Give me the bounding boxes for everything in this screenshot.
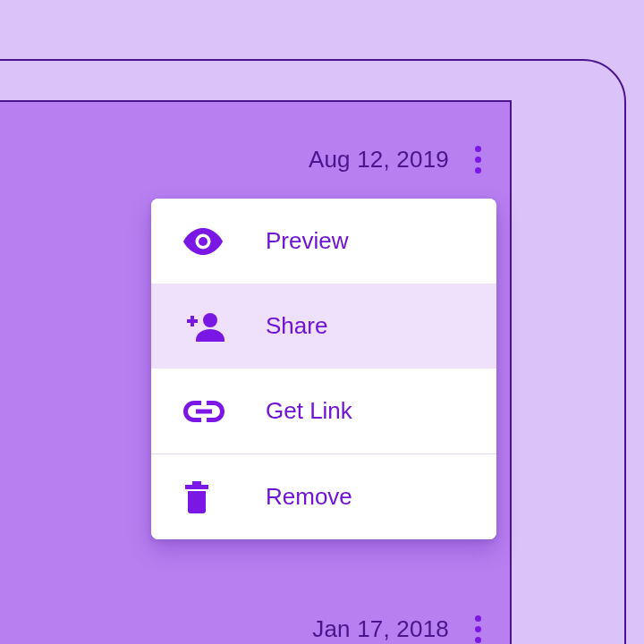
menu-item-remove[interactable]: Remove: [151, 454, 496, 539]
person-add-icon: [183, 311, 230, 342]
menu-item-preview[interactable]: Preview: [151, 199, 496, 284]
menu-item-label: Preview: [266, 227, 348, 255]
trash-icon: [183, 481, 230, 513]
context-menu: Preview Share Get Link: [151, 199, 496, 539]
menu-item-label: Remove: [266, 483, 352, 511]
svg-point-1: [199, 237, 208, 246]
more-vert-icon[interactable]: [467, 615, 488, 643]
menu-item-label: Get Link: [266, 397, 352, 425]
svg-rect-5: [196, 409, 212, 413]
svg-rect-6: [185, 485, 208, 489]
list-row[interactable]: a Park Jan 17, 2018: [0, 607, 510, 644]
menu-item-label: Share: [266, 312, 327, 340]
svg-rect-4: [191, 316, 194, 326]
svg-point-2: [203, 313, 217, 327]
eye-icon: [183, 228, 230, 255]
row-date: Jan 17, 2018: [312, 615, 449, 643]
svg-rect-7: [192, 481, 201, 485]
row-date: Aug 12, 2019: [309, 146, 449, 174]
list-row[interactable]: nnors Aug 12, 2019: [0, 138, 510, 181]
menu-item-share[interactable]: Share: [151, 284, 496, 369]
link-icon: [183, 401, 230, 422]
menu-item-get-link[interactable]: Get Link: [151, 369, 496, 453]
more-vert-icon[interactable]: [467, 146, 488, 174]
